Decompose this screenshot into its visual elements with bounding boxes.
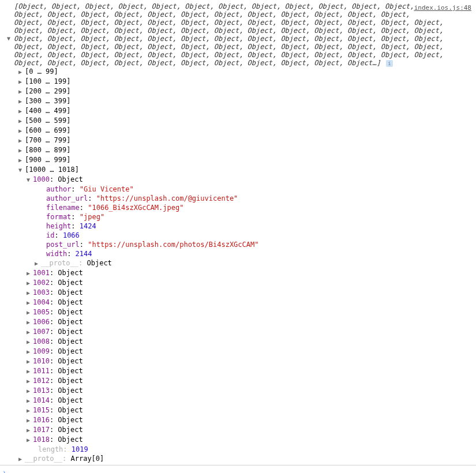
disclosure-triangle-icon[interactable]: ▶	[18, 77, 24, 87]
object-tree: ▶[0 … 99]▶[100 … 199]▶[200 … 299]▶[300 ……	[0, 67, 476, 464]
range-label: [300 … 399]	[25, 97, 70, 105]
property-row[interactable]: post_url: "https://unsplash.com/photos/B…	[0, 240, 476, 249]
disclosure-triangle-icon[interactable]: ▼	[18, 166, 24, 175]
array-summary-row[interactable]: ▼ [Object, Object, Object, Object, Objec…	[0, 2, 476, 67]
disclosure-triangle-icon[interactable]: ▶	[27, 386, 32, 396]
disclosure-triangle-icon[interactable]: ▶	[27, 347, 32, 356]
array-item-row[interactable]: ▶1017: Object	[0, 425, 476, 435]
disclosure-triangle-icon[interactable]: ▶	[27, 328, 32, 337]
disclosure-triangle-icon[interactable]: ▶	[18, 126, 24, 136]
array-item-row[interactable]: ▶1016: Object	[0, 415, 476, 425]
array-item-row[interactable]: ▶1013: Object	[0, 386, 476, 396]
disclosure-triangle-icon[interactable]: ▼	[7, 35, 10, 43]
proto-row[interactable]: ▶__proto__: Array[0]	[0, 454, 476, 464]
array-item-row[interactable]: ▶1003: Object	[0, 288, 476, 298]
property-row[interactable]: height: 1424	[0, 222, 476, 231]
range-row[interactable]: ▶[400 … 499]	[0, 106, 476, 116]
array-summary-text: [Object, Object, Object, Object, Object,…	[14, 2, 443, 67]
console-output: index.ios.js:48 ▼ [Object, Object, Objec…	[0, 0, 476, 464]
disclosure-triangle-icon[interactable]: ▶	[27, 357, 32, 366]
disclosure-triangle-icon[interactable]: ▶	[27, 318, 32, 327]
property-row[interactable]: width: 2144	[0, 249, 476, 258]
property-row[interactable]: author_url: "https://unsplash.com/@giuvi…	[0, 194, 476, 203]
disclosure-triangle-icon[interactable]: ▶	[18, 455, 24, 464]
range-label: [0 … 99]	[25, 67, 58, 76]
disclosure-triangle-icon[interactable]: ▶	[27, 406, 32, 415]
info-icon[interactable]: i	[386, 60, 393, 67]
disclosure-triangle-icon[interactable]: ▶	[27, 426, 32, 435]
disclosure-triangle-icon[interactable]: ▶	[18, 97, 24, 106]
array-item-row[interactable]: ▶1009: Object	[0, 347, 476, 356]
prompt-caret-icon: ›	[2, 468, 6, 473]
array-item-row[interactable]: ▶1011: Object	[0, 366, 476, 376]
disclosure-triangle-icon[interactable]: ▶	[27, 337, 32, 347]
disclosure-triangle-icon[interactable]: ▶	[18, 87, 24, 96]
property-row[interactable]: format: "jpeg"	[0, 212, 476, 222]
disclosure-triangle-icon[interactable]: ▶	[18, 146, 24, 155]
range-row[interactable]: ▼[1000 … 1018]	[0, 165, 476, 175]
disclosure-triangle-icon[interactable]: ▶	[27, 279, 32, 288]
length-row[interactable]: length: 1019	[0, 445, 476, 454]
array-item-row[interactable]: ▶1002: Object	[0, 278, 476, 288]
range-label: [900 … 999]	[25, 156, 70, 164]
range-row[interactable]: ▶[200 … 299]	[0, 87, 476, 96]
disclosure-triangle-icon[interactable]: ▶	[18, 156, 24, 165]
disclosure-triangle-icon[interactable]: ▶	[18, 67, 24, 77]
range-row[interactable]: ▶[300 … 399]	[0, 96, 476, 106]
disclosure-triangle-icon[interactable]: ▶	[27, 298, 32, 307]
disclosure-triangle-icon[interactable]: ▶	[27, 269, 32, 278]
array-item-row[interactable]: ▶1005: Object	[0, 307, 476, 317]
disclosure-triangle-icon[interactable]: ▶	[18, 136, 24, 145]
array-item-row[interactable]: ▶1001: Object	[0, 268, 476, 278]
disclosure-triangle-icon[interactable]: ▶	[18, 107, 24, 116]
array-item-row[interactable]: ▶1010: Object	[0, 356, 476, 366]
array-item-row[interactable]: ▶1018: Object	[0, 435, 476, 445]
array-item-row[interactable]: ▶1008: Object	[0, 337, 476, 347]
disclosure-triangle-icon[interactable]: ▶	[27, 308, 32, 317]
disclosure-triangle-icon[interactable]: ▶	[27, 377, 32, 386]
disclosure-triangle-icon[interactable]: ▶	[27, 396, 32, 406]
range-row[interactable]: ▶[0 … 99]	[0, 67, 476, 77]
range-row[interactable]: ▶[900 … 999]	[0, 155, 476, 165]
array-item-row[interactable]: ▶1004: Object	[0, 298, 476, 307]
range-row[interactable]: ▶[500 … 599]	[0, 116, 476, 126]
range-label: [500 … 599]	[25, 117, 70, 125]
range-label: [800 … 899]	[25, 146, 70, 154]
disclosure-triangle-icon[interactable]: ▼	[27, 175, 32, 185]
array-item-row[interactable]: ▶1012: Object	[0, 376, 476, 386]
disclosure-triangle-icon[interactable]: ▶	[35, 259, 40, 268]
disclosure-triangle-icon[interactable]: ▶	[27, 416, 32, 425]
array-item-row[interactable]: ▶1006: Object	[0, 317, 476, 327]
disclosure-triangle-icon[interactable]: ▶	[27, 436, 32, 445]
range-label: [200 … 299]	[25, 87, 70, 95]
property-row[interactable]: id: 1066	[0, 231, 476, 240]
range-row[interactable]: ▶[700 … 799]	[0, 136, 476, 145]
array-item-row[interactable]: ▶1014: Object	[0, 396, 476, 406]
range-label: [400 … 499]	[25, 107, 70, 115]
disclosure-triangle-icon[interactable]: ▶	[18, 117, 24, 126]
array-item-row[interactable]: ▶1015: Object	[0, 406, 476, 415]
property-row[interactable]: filename: "1066_Bi4szXGcCAM.jpeg"	[0, 203, 476, 212]
range-label: [700 … 799]	[25, 136, 70, 144]
range-row[interactable]: ▶[100 … 199]	[0, 77, 476, 87]
range-label: [100 … 199]	[25, 77, 70, 85]
disclosure-triangle-icon[interactable]: ▶	[27, 367, 32, 376]
disclosure-triangle-icon[interactable]: ▶	[27, 288, 32, 298]
console-prompt[interactable]: ›	[0, 465, 476, 473]
range-label: [1000 … 1018]	[25, 166, 79, 174]
range-row[interactable]: ▶[600 … 699]	[0, 126, 476, 136]
property-row[interactable]: author: "Giu Vicente"	[0, 185, 476, 194]
array-item-row[interactable]: ▶1007: Object	[0, 327, 476, 337]
proto-row[interactable]: ▶__proto__: Object	[0, 258, 476, 268]
array-item-row[interactable]: ▼1000: Object	[0, 175, 476, 185]
range-row[interactable]: ▶[800 … 899]	[0, 145, 476, 155]
range-label: [600 … 699]	[25, 126, 70, 134]
